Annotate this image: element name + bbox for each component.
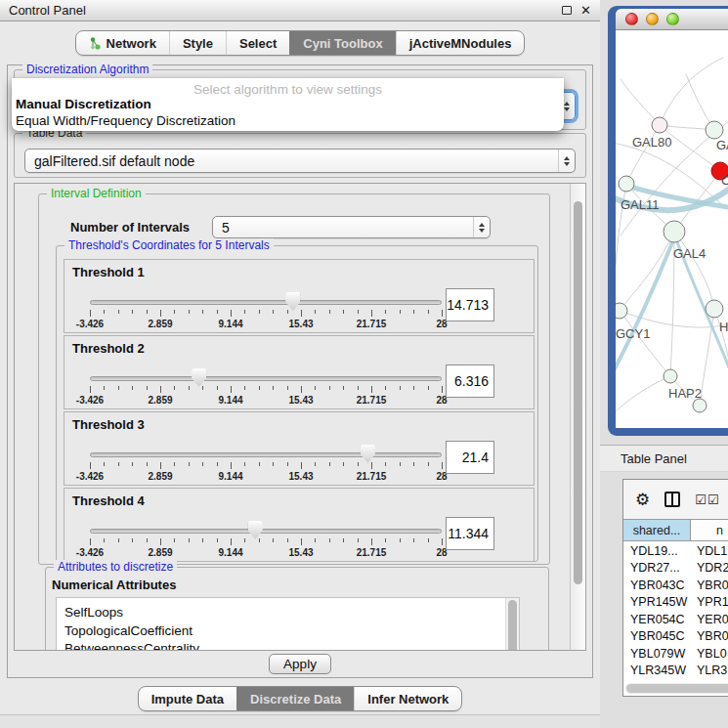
table-toolbar: ⚙ ☑ ☑ — [623, 480, 728, 519]
graph-node-ga[interactable] — [706, 121, 723, 139]
minimize-light-icon[interactable] — [646, 13, 659, 25]
tick-mark — [174, 310, 175, 314]
tick-mark — [287, 538, 288, 542]
cell-name: YPR1 — [691, 595, 728, 609]
slider-track[interactable] — [90, 376, 442, 381]
slider-track[interactable] — [90, 300, 442, 305]
close-icon[interactable]: ✕ — [580, 4, 591, 17]
slider-thumb[interactable] — [361, 445, 375, 463]
tab-jactivemnodules[interactable]: jActiveMNodules — [396, 31, 525, 55]
tick-mark — [301, 462, 302, 469]
list-scrollbar[interactable] — [505, 598, 519, 651]
number-of-intervals-combo[interactable]: 5 — [212, 216, 491, 238]
table-rows: YDL19...YDL1YDR27...YDR2YBR043CYBR0YPR14… — [623, 542, 728, 683]
table-row[interactable]: YDL19...YDL1 — [623, 542, 728, 560]
tab-label: Select — [239, 36, 277, 51]
graph-node[interactable] — [693, 399, 707, 412]
column-header-shared[interactable]: shared... — [623, 520, 691, 540]
checkbox-checked-icon[interactable]: ☑ — [695, 493, 707, 506]
threshold-value-field[interactable]: 6.316 — [446, 364, 494, 398]
list-scrollbar-thumb[interactable] — [508, 600, 517, 651]
dropdown-option-manual-discretization[interactable]: Manual Discretization — [16, 97, 560, 112]
cell-shared-name: YLR345W — [623, 664, 691, 677]
table-data-group: Table Data galFiltered.sif default node — [14, 133, 586, 178]
threshold-value-field[interactable]: 11.344 — [446, 517, 494, 550]
tab-discretize-data[interactable]: Discretize Data — [236, 687, 354, 710]
tick-mark — [358, 538, 359, 542]
threshold-value-field[interactable]: 14.713 — [446, 288, 494, 321]
numerical-attributes-list[interactable]: SelfLoopsTopologicalCoefficientBetweenne… — [56, 597, 520, 651]
tick-label: 2.859 — [148, 547, 172, 558]
graph-edge — [686, 74, 714, 130]
slider-thumb[interactable] — [192, 368, 206, 387]
slider-track[interactable] — [90, 452, 442, 457]
threshold-list: Threshold 1-3.4262.8599.14415.4321.71528… — [64, 259, 535, 564]
tick-mark — [160, 538, 161, 545]
dropdown-option-equal-width-frequency[interactable]: Equal Width/Frequency Discretization — [16, 113, 560, 129]
graph-node-h[interactable] — [706, 300, 723, 318]
zoom-light-icon[interactable] — [666, 13, 679, 25]
tab-label: Infer Network — [367, 692, 449, 707]
table-row[interactable]: YBR043CYBR0 — [623, 577, 728, 594]
columns-icon[interactable] — [664, 492, 680, 507]
table-row[interactable]: YDR27...YDR2 — [623, 560, 728, 578]
tick-label: 2.859 — [148, 395, 172, 406]
graph-node-gcy1[interactable] — [616, 303, 627, 319]
graph-node-hap2[interactable] — [664, 369, 677, 383]
cell-shared-name: YBL079W — [623, 647, 691, 661]
vertical-scrollbar[interactable] — [570, 184, 585, 650]
vertical-scrollbar-thumb[interactable] — [574, 201, 582, 584]
table-row[interactable]: YER054CYER0 — [623, 611, 728, 628]
tab-select[interactable]: Select — [226, 31, 289, 55]
tick-mark — [231, 310, 232, 317]
float-icon[interactable] — [562, 6, 572, 15]
cell-shared-name: YBR043C — [623, 578, 691, 592]
slider-thumb[interactable] — [285, 292, 300, 311]
tick-label: 9.144 — [218, 471, 242, 482]
tick-mark — [244, 462, 245, 466]
horizontal-scrollbar[interactable] — [625, 683, 728, 694]
apply-button[interactable]: Apply — [269, 654, 331, 674]
table-row[interactable]: YBR045CYBR0 — [623, 628, 728, 646]
tick-label: 9.144 — [218, 395, 242, 406]
tick-mark — [273, 538, 274, 542]
settings-scroll-area: Interval Definition Number of Intervals … — [14, 183, 586, 651]
tab-cyni-toolbox[interactable]: Cyni Toolbox — [289, 31, 395, 55]
gear-icon[interactable]: ⚙ — [635, 492, 650, 508]
tick-mark — [329, 538, 330, 542]
tick-mark — [104, 462, 105, 466]
slider-thumb[interactable] — [248, 521, 263, 539]
tick-mark — [301, 386, 302, 393]
graph-node-gal80[interactable] — [652, 117, 667, 133]
attribute-item-topologicalcoefficient[interactable]: TopologicalCoefficient — [57, 622, 519, 641]
tab-impute-data[interactable]: Impute Data — [139, 687, 236, 710]
tick-mark — [400, 386, 401, 390]
tab-network[interactable]: Network — [76, 31, 169, 55]
tab-infer-network[interactable]: Infer Network — [354, 687, 461, 710]
table-row[interactable]: YBL079WYBL0 — [623, 645, 728, 663]
close-light-icon[interactable] — [625, 13, 638, 25]
table-row[interactable]: YLR345WYLR3 — [623, 663, 728, 680]
table-row[interactable]: YPR145WYPR1 — [623, 594, 728, 612]
number-of-intervals-value: 5 — [222, 220, 230, 236]
threshold-value-field[interactable]: 21.4 — [446, 441, 494, 474]
tick-mark — [413, 462, 414, 466]
tick-mark — [217, 538, 218, 542]
attribute-item-betweennesscentrality[interactable]: BetweennessCentrality — [57, 640, 519, 651]
network-canvas[interactable]: GAL80GACGAL11GAL4GCY1HHAP2 — [616, 30, 728, 428]
tab-style[interactable]: Style — [169, 31, 226, 55]
checkbox-checked-icon[interactable]: ☑ — [707, 493, 719, 506]
tick-mark — [428, 462, 429, 466]
threshold-coordinates-group: Threshold's Coordinates for 5 Intervals … — [56, 245, 538, 562]
graph-node-gal11[interactable] — [619, 176, 634, 192]
horizontal-scrollbar-thumb[interactable] — [626, 684, 728, 693]
attribute-item-selfloops[interactable]: SelfLoops — [57, 604, 519, 622]
table-data-combo[interactable]: galFiltered.sif default node — [24, 149, 576, 173]
graph-node-gal4[interactable] — [664, 221, 685, 242]
column-header-name[interactable]: n — [691, 520, 728, 540]
tick-mark — [217, 386, 218, 390]
slider-track[interactable] — [90, 529, 442, 534]
tab-label: Style — [183, 36, 213, 51]
tick-label: 21.715 — [357, 395, 387, 406]
cell-shared-name: YPR145W — [623, 595, 691, 609]
